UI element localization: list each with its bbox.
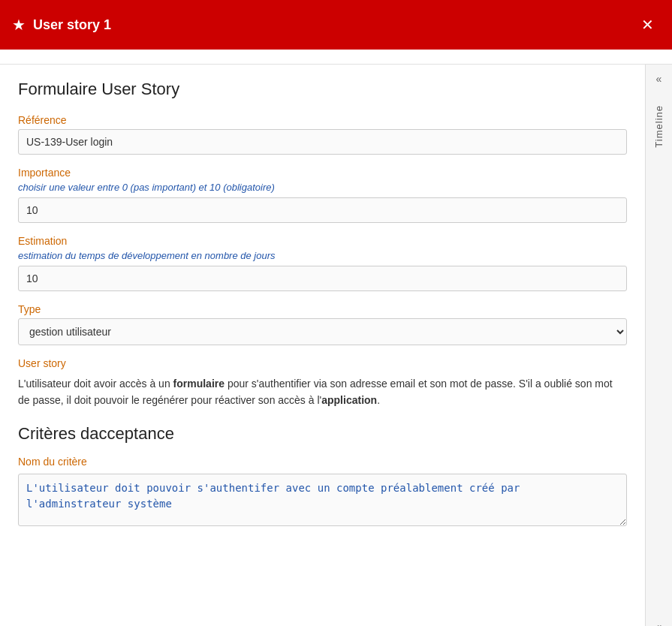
estimation-input[interactable]	[18, 266, 627, 291]
title-bar: ★ User story 1 ✕	[0, 0, 672, 50]
user-story-text-3: .	[377, 394, 380, 406]
sidebar-bottom-chevron[interactable]: «	[653, 618, 665, 626]
estimation-hint: estimation du temps de développement en …	[18, 250, 627, 261]
importance-label: Importance	[18, 167, 627, 179]
close-button[interactable]: ✕	[635, 13, 660, 37]
content-wrapper: Formulaire User Story Référence Importan…	[0, 65, 672, 626]
top-strip	[0, 50, 672, 65]
user-story-bold-2: application	[321, 394, 377, 406]
criteria-textarea[interactable]: L'utilisateur doit pouvoir s'authentifer…	[18, 474, 627, 526]
user-story-group: User story L'utilisateur doit avoir accè…	[18, 357, 627, 409]
right-sidebar: « Timeline «	[645, 65, 672, 626]
type-select[interactable]: gestion utilisateur fonctionnalité bug a…	[18, 318, 627, 345]
reference-input[interactable]	[18, 129, 627, 155]
importance-input[interactable]	[18, 197, 627, 223]
user-story-text: L'utilisateur doit avoir accès à un form…	[18, 375, 627, 409]
user-story-label: User story	[18, 357, 627, 369]
estimation-label: Estimation	[18, 235, 627, 247]
reference-label: Référence	[18, 114, 627, 126]
importance-group: Importance choisir une valeur entre 0 (p…	[18, 167, 627, 223]
user-story-text-1: L'utilisateur doit avoir accès à un	[18, 378, 173, 390]
reference-group: Référence	[18, 114, 627, 155]
form-area: Formulaire User Story Référence Importan…	[0, 65, 645, 626]
form-title: Formulaire User Story	[18, 80, 627, 99]
type-group: Type gestion utilisateur fonctionnalité …	[18, 303, 627, 345]
criteria-label: Nom du critère	[18, 456, 627, 468]
criteria-group: Nom du critère L'utilisateur doit pouvoi…	[18, 456, 627, 528]
criteria-section-title: Critères dacceptance	[18, 424, 627, 444]
type-label: Type	[18, 303, 627, 315]
title-bar-left: ★ User story 1	[12, 16, 111, 34]
estimation-group: Estimation estimation du temps de dévelo…	[18, 235, 627, 291]
star-icon: ★	[12, 16, 26, 34]
timeline-label: Timeline	[653, 105, 664, 148]
sidebar-top-chevron[interactable]: «	[653, 71, 665, 87]
importance-hint: choisir une valeur entre 0 (pas importan…	[18, 182, 627, 193]
window-title: User story 1	[33, 17, 111, 33]
user-story-bold-1: formulaire	[173, 378, 225, 390]
